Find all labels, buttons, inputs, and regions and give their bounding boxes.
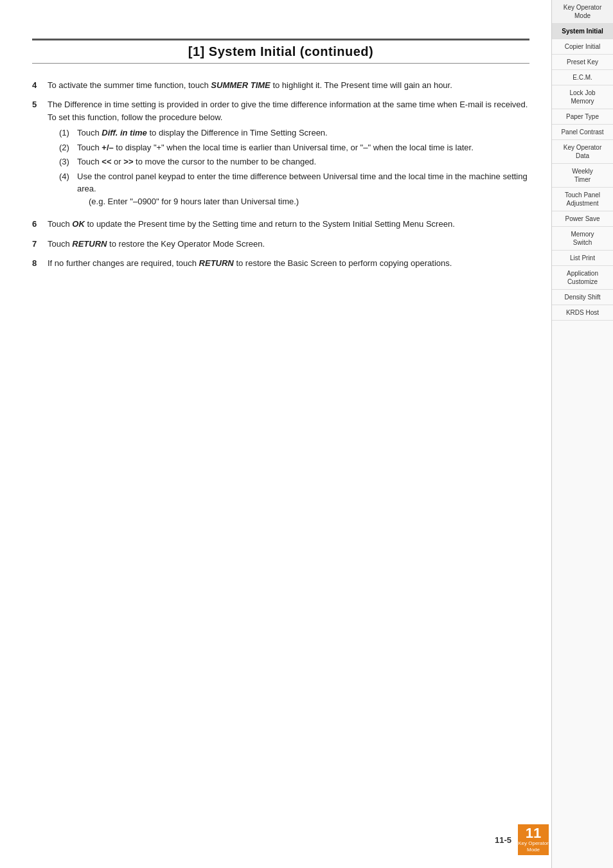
step-5-num: 5 xyxy=(32,98,48,111)
page-container: [1] System Initial (continued) 4 To acti… xyxy=(0,0,613,868)
step-4: 4 To activate the summer time function, … xyxy=(32,79,529,92)
sub-step-4: (4) Use the control panel keypad to ente… xyxy=(59,170,529,210)
page-footer: 11-5 11 Key OperatorMode xyxy=(495,824,549,855)
sub-step-4-num: (4) xyxy=(59,170,77,195)
step-5: 5 The Difference in time setting is prov… xyxy=(32,98,529,211)
sidebar-item-preset-key[interactable]: Preset Key xyxy=(552,55,613,70)
step-6-text: Touch OK to update the Present time by t… xyxy=(48,218,529,231)
sidebar-item-key-operator-data[interactable]: Key OperatorData xyxy=(552,140,613,164)
sub-step-3-num: (3) xyxy=(59,155,77,168)
sidebar-item-paper-type[interactable]: Paper Type xyxy=(552,109,613,125)
step-8-text: If no further changes are required, touc… xyxy=(48,257,529,270)
sidebar-spacer xyxy=(552,321,613,868)
sidebar-item-krds-host[interactable]: KRDS Host xyxy=(552,305,613,321)
sidebar-item-key-operator-mode[interactable]: Key OperatorMode xyxy=(552,0,613,24)
sidebar-item-system-initial[interactable]: System Initial xyxy=(552,24,613,39)
main-content: [1] System Initial (continued) 4 To acti… xyxy=(0,0,549,868)
sub-step-3-text: Touch << or >> to move the cursor to the… xyxy=(77,155,316,168)
sub-step-1-text: Touch Diff. in time to display the Diffe… xyxy=(77,127,328,139)
sidebar-item-density-shift[interactable]: Density Shift xyxy=(552,290,613,305)
step-8: 8 If no further changes are required, to… xyxy=(32,257,529,270)
sidebar-item-panel-contrast[interactable]: Panel Contrast xyxy=(552,125,613,140)
sidebar-item-power-save[interactable]: Power Save xyxy=(552,211,613,227)
step-5-text: The Difference in time setting is provid… xyxy=(48,98,529,111)
sub-step-1-num: (1) xyxy=(59,127,77,139)
chapter-badge: 11 Key OperatorMode xyxy=(518,824,549,855)
step-6-num: 6 xyxy=(32,218,48,231)
badge-number: 11 xyxy=(526,826,541,840)
sub-step-4-text: Use the control panel keypad to enter th… xyxy=(77,170,529,195)
sub-step-2-num: (2) xyxy=(59,141,77,154)
step-5-intro: To set this function, follow the procedu… xyxy=(48,111,529,124)
sidebar-item-ecm[interactable]: E.C.M. xyxy=(552,70,613,85)
step-7-num: 7 xyxy=(32,238,48,251)
sidebar-item-copier-initial[interactable]: Copier Initial xyxy=(552,39,613,55)
step-6: 6 Touch OK to update the Present time by… xyxy=(32,218,529,231)
step-8-num: 8 xyxy=(32,257,48,270)
sub-step-2: (2) Touch +/– to display "+" when the lo… xyxy=(59,141,529,154)
page-number: 11-5 xyxy=(495,835,511,845)
sidebar-item-touch-panel-adjustment[interactable]: Touch PanelAdjustment xyxy=(552,188,613,211)
step-5-sub-list: (1) Touch Diff. in time to display the D… xyxy=(48,127,529,209)
steps-list: 4 To activate the summer time function, … xyxy=(32,79,529,270)
sidebar: Key OperatorMode System Initial Copier I… xyxy=(551,0,613,868)
sub-step-4-extra: (e.g. Enter "–0900" for 9 hours later th… xyxy=(59,195,529,208)
sidebar-item-lock-job-memory[interactable]: Lock JobMemory xyxy=(552,85,613,109)
sub-step-3: (3) Touch << or >> to move the cursor to… xyxy=(59,155,529,168)
badge-label: Key OperatorMode xyxy=(518,840,549,853)
sidebar-item-list-print[interactable]: List Print xyxy=(552,251,613,266)
sidebar-item-weekly-timer[interactable]: WeeklyTimer xyxy=(552,164,613,188)
step-7-text: Touch RETURN to restore the Key Operator… xyxy=(48,238,529,251)
sub-step-2-text: Touch +/– to display "+" when the local … xyxy=(77,141,474,154)
step-7: 7 Touch RETURN to restore the Key Operat… xyxy=(32,238,529,251)
step-4-text: To activate the summer time function, to… xyxy=(48,79,529,92)
sidebar-item-memory-switch[interactable]: MemorySwitch xyxy=(552,227,613,251)
sub-step-1: (1) Touch Diff. in time to display the D… xyxy=(59,127,529,139)
step-4-num: 4 xyxy=(32,79,48,92)
sidebar-item-application-customize[interactable]: ApplicationCustomize xyxy=(552,266,613,290)
page-title: [1] System Initial (continued) xyxy=(39,44,523,59)
title-bar: [1] System Initial (continued) xyxy=(32,39,529,64)
